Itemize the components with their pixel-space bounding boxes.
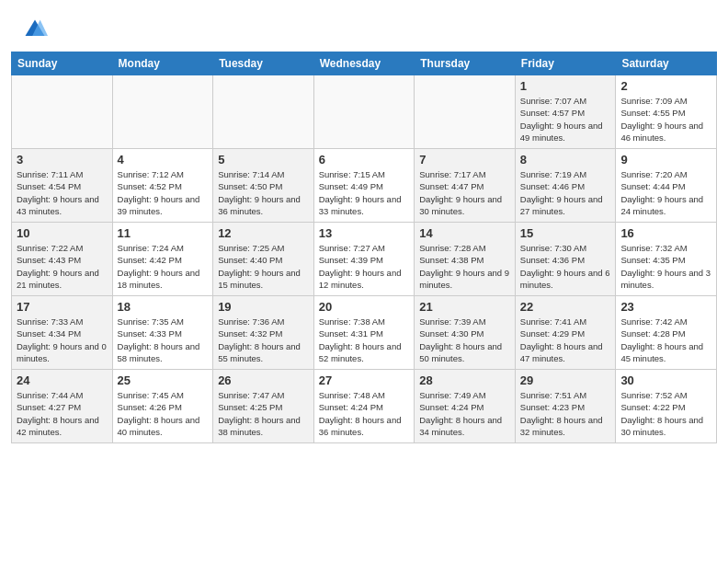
day-info: Sunrise: 7:17 AM Sunset: 4:47 PM Dayligh… [419, 168, 510, 217]
day-number: 30 [620, 373, 711, 387]
day-number: 3 [17, 153, 108, 167]
calendar-cell: 27Sunrise: 7:48 AM Sunset: 4:24 PM Dayli… [313, 370, 415, 443]
calendar-cell [213, 75, 314, 149]
day-info: Sunrise: 7:44 AM Sunset: 4:27 PM Dayligh… [17, 389, 108, 438]
dow-header: Thursday [415, 52, 516, 75]
calendar-cell: 28Sunrise: 7:49 AM Sunset: 4:24 PM Dayli… [415, 370, 516, 443]
day-info: Sunrise: 7:28 AM Sunset: 4:38 PM Dayligh… [419, 242, 510, 291]
day-number: 17 [17, 300, 108, 314]
day-number: 15 [520, 226, 611, 240]
day-info: Sunrise: 7:47 AM Sunset: 4:25 PM Dayligh… [218, 389, 309, 438]
day-info: Sunrise: 7:19 AM Sunset: 4:46 PM Dayligh… [520, 168, 611, 217]
calendar-body: 1Sunrise: 7:07 AM Sunset: 4:57 PM Daylig… [12, 75, 717, 443]
day-info: Sunrise: 7:14 AM Sunset: 4:50 PM Dayligh… [218, 168, 309, 217]
page-header [0, 0, 728, 52]
dow-header: Wednesday [313, 52, 415, 75]
calendar-cell: 7Sunrise: 7:17 AM Sunset: 4:47 PM Daylig… [415, 149, 516, 223]
calendar-cell: 22Sunrise: 7:41 AM Sunset: 4:29 PM Dayli… [515, 296, 616, 370]
calendar-cell [112, 75, 213, 149]
day-number: 1 [520, 79, 611, 93]
calendar-week-row: 10Sunrise: 7:22 AM Sunset: 4:43 PM Dayli… [12, 223, 717, 296]
dow-header: Tuesday [213, 52, 314, 75]
day-info: Sunrise: 7:22 AM Sunset: 4:43 PM Dayligh… [17, 242, 108, 291]
calendar-cell: 16Sunrise: 7:32 AM Sunset: 4:35 PM Dayli… [616, 223, 717, 296]
day-info: Sunrise: 7:35 AM Sunset: 4:33 PM Dayligh… [118, 316, 209, 364]
day-number: 19 [218, 300, 309, 314]
calendar-cell: 8Sunrise: 7:19 AM Sunset: 4:46 PM Daylig… [515, 149, 616, 223]
days-of-week-row: SundayMondayTuesdayWednesdayThursdayFrid… [12, 52, 717, 75]
calendar-week-row: 17Sunrise: 7:33 AM Sunset: 4:34 PM Dayli… [12, 296, 717, 370]
calendar-cell: 9Sunrise: 7:20 AM Sunset: 4:44 PM Daylig… [616, 149, 717, 223]
day-info: Sunrise: 7:30 AM Sunset: 4:36 PM Dayligh… [520, 242, 611, 291]
day-info: Sunrise: 7:45 AM Sunset: 4:26 PM Dayligh… [118, 389, 209, 438]
day-number: 26 [218, 373, 309, 387]
day-number: 27 [319, 373, 410, 387]
dow-header: Saturday [616, 52, 717, 75]
calendar-cell: 25Sunrise: 7:45 AM Sunset: 4:26 PM Dayli… [112, 370, 213, 443]
day-number: 25 [118, 373, 209, 387]
day-info: Sunrise: 7:39 AM Sunset: 4:30 PM Dayligh… [419, 316, 510, 364]
day-number: 22 [520, 300, 611, 314]
day-info: Sunrise: 7:11 AM Sunset: 4:54 PM Dayligh… [17, 168, 108, 217]
calendar-cell: 24Sunrise: 7:44 AM Sunset: 4:27 PM Dayli… [12, 370, 113, 443]
day-number: 12 [218, 226, 309, 240]
day-info: Sunrise: 7:20 AM Sunset: 4:44 PM Dayligh… [620, 168, 711, 217]
calendar-cell: 15Sunrise: 7:30 AM Sunset: 4:36 PM Dayli… [515, 223, 616, 296]
day-number: 4 [118, 153, 209, 167]
day-info: Sunrise: 7:24 AM Sunset: 4:42 PM Dayligh… [118, 242, 209, 291]
day-number: 29 [520, 373, 611, 387]
day-info: Sunrise: 7:36 AM Sunset: 4:32 PM Dayligh… [218, 316, 309, 364]
day-number: 7 [419, 153, 510, 167]
day-number: 11 [118, 226, 209, 240]
calendar-cell: 4Sunrise: 7:12 AM Sunset: 4:52 PM Daylig… [112, 149, 213, 223]
calendar-cell: 12Sunrise: 7:25 AM Sunset: 4:40 PM Dayli… [213, 223, 314, 296]
day-number: 6 [319, 153, 410, 167]
day-info: Sunrise: 7:42 AM Sunset: 4:28 PM Dayligh… [620, 316, 711, 364]
calendar-cell: 3Sunrise: 7:11 AM Sunset: 4:54 PM Daylig… [12, 149, 113, 223]
day-info: Sunrise: 7:41 AM Sunset: 4:29 PM Dayligh… [520, 316, 611, 364]
calendar-cell: 13Sunrise: 7:27 AM Sunset: 4:39 PM Dayli… [313, 223, 415, 296]
calendar-cell [12, 75, 113, 149]
calendar-cell: 1Sunrise: 7:07 AM Sunset: 4:57 PM Daylig… [515, 75, 616, 149]
day-info: Sunrise: 7:07 AM Sunset: 4:57 PM Dayligh… [520, 95, 611, 144]
calendar-cell [313, 75, 415, 149]
calendar-cell: 14Sunrise: 7:28 AM Sunset: 4:38 PM Dayli… [415, 223, 516, 296]
day-number: 10 [17, 226, 108, 240]
day-number: 5 [218, 153, 309, 167]
calendar-cell: 11Sunrise: 7:24 AM Sunset: 4:42 PM Dayli… [112, 223, 213, 296]
calendar-cell: 10Sunrise: 7:22 AM Sunset: 4:43 PM Dayli… [12, 223, 113, 296]
calendar-cell [415, 75, 516, 149]
calendar-cell: 5Sunrise: 7:14 AM Sunset: 4:50 PM Daylig… [213, 149, 314, 223]
day-number: 20 [319, 300, 410, 314]
day-number: 24 [17, 373, 108, 387]
calendar-cell: 17Sunrise: 7:33 AM Sunset: 4:34 PM Dayli… [12, 296, 113, 370]
day-number: 23 [620, 300, 711, 314]
calendar-week-row: 3Sunrise: 7:11 AM Sunset: 4:54 PM Daylig… [12, 149, 717, 223]
day-info: Sunrise: 7:12 AM Sunset: 4:52 PM Dayligh… [118, 168, 209, 217]
day-number: 18 [118, 300, 209, 314]
dow-header: Sunday [12, 52, 113, 75]
day-info: Sunrise: 7:09 AM Sunset: 4:55 PM Dayligh… [620, 95, 711, 144]
calendar-cell: 19Sunrise: 7:36 AM Sunset: 4:32 PM Dayli… [213, 296, 314, 370]
calendar-cell: 30Sunrise: 7:52 AM Sunset: 4:22 PM Dayli… [616, 370, 717, 443]
day-info: Sunrise: 7:49 AM Sunset: 4:24 PM Dayligh… [419, 389, 510, 438]
calendar-week-row: 1Sunrise: 7:07 AM Sunset: 4:57 PM Daylig… [12, 75, 717, 149]
logo [22, 17, 51, 42]
day-info: Sunrise: 7:48 AM Sunset: 4:24 PM Dayligh… [319, 389, 410, 438]
day-info: Sunrise: 7:38 AM Sunset: 4:31 PM Dayligh… [319, 316, 410, 364]
day-info: Sunrise: 7:25 AM Sunset: 4:40 PM Dayligh… [218, 242, 309, 291]
calendar-cell: 2Sunrise: 7:09 AM Sunset: 4:55 PM Daylig… [616, 75, 717, 149]
day-number: 16 [620, 226, 711, 240]
calendar-cell: 26Sunrise: 7:47 AM Sunset: 4:25 PM Dayli… [213, 370, 314, 443]
calendar-cell: 18Sunrise: 7:35 AM Sunset: 4:33 PM Dayli… [112, 296, 213, 370]
day-number: 21 [419, 300, 510, 314]
dow-header: Monday [112, 52, 213, 75]
day-info: Sunrise: 7:27 AM Sunset: 4:39 PM Dayligh… [319, 242, 410, 291]
calendar-cell: 23Sunrise: 7:42 AM Sunset: 4:28 PM Dayli… [616, 296, 717, 370]
day-number: 13 [319, 226, 410, 240]
calendar-cell: 6Sunrise: 7:15 AM Sunset: 4:49 PM Daylig… [313, 149, 415, 223]
dow-header: Friday [515, 52, 616, 75]
calendar-cell: 20Sunrise: 7:38 AM Sunset: 4:31 PM Dayli… [313, 296, 415, 370]
day-info: Sunrise: 7:52 AM Sunset: 4:22 PM Dayligh… [620, 389, 711, 438]
day-info: Sunrise: 7:32 AM Sunset: 4:35 PM Dayligh… [620, 242, 711, 291]
